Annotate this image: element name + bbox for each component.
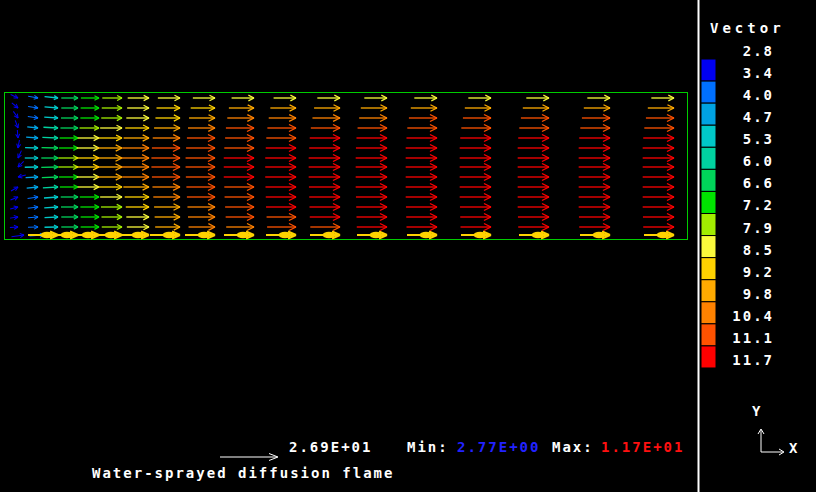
legend-value-label: 11.7 — [714, 353, 774, 367]
plot-title: Water-sprayed diffusion flame — [92, 466, 394, 480]
legend-value-label: 9.2 — [714, 265, 774, 279]
legend-value-label: 3.4 — [714, 66, 774, 80]
axis-triad-icon — [758, 429, 784, 455]
legend-value-label: 6.0 — [714, 154, 774, 168]
vector-arrows — [10, 93, 674, 231]
axis-y-label: Y — [752, 404, 762, 418]
legend-value-label: 2.8 — [714, 44, 774, 58]
min-value: 2.77E+00 — [457, 440, 540, 454]
max-value: 1.17E+01 — [601, 440, 684, 454]
legend-value-label: 11.1 — [714, 331, 774, 345]
vector-plot-canvas — [0, 0, 816, 492]
max-label: Max: — [552, 440, 594, 454]
spray-droplet-arrows — [11, 232, 674, 239]
legend-value-label: 7.9 — [714, 221, 774, 235]
legend-value-label: 9.8 — [714, 287, 774, 301]
legend-value-label: 4.0 — [714, 88, 774, 102]
reference-arrow-value: 2.69E+01 — [289, 440, 372, 454]
legend-value-label: 6.6 — [714, 176, 774, 190]
legend-value-label: 4.7 — [714, 110, 774, 124]
legend-value-label: 8.5 — [714, 243, 774, 257]
legend-value-label: 10.4 — [714, 309, 774, 323]
viewer-window: Vector 2.83.44.04.75.36.06.67.27.98.59.2… — [0, 0, 816, 492]
reference-arrow-icon — [220, 454, 278, 461]
legend-value-label: 5.3 — [714, 132, 774, 146]
min-label: Min: — [407, 440, 449, 454]
legend-title: Vector — [710, 21, 785, 35]
axis-x-label: X — [789, 441, 799, 455]
legend-value-label: 7.2 — [714, 198, 774, 212]
